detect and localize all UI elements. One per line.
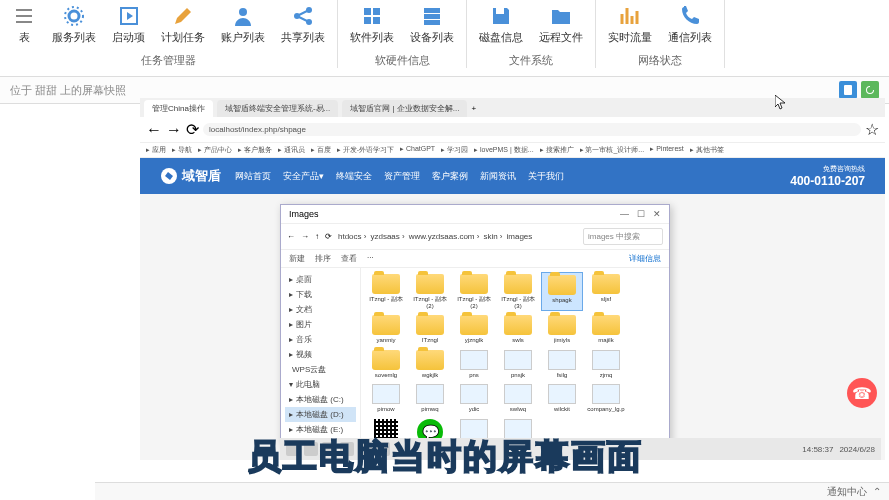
bookmark-item[interactable]: ▸ 导航 [172,145,192,155]
bookmark-item[interactable]: ▸ 其他书签 [690,145,724,155]
sidebar-item[interactable]: ▸下载 [285,287,356,302]
nav-link[interactable]: 网站首页 [235,170,271,183]
toolbar-share-button[interactable]: 共享列表 [273,0,333,47]
toolbar-chart-button[interactable]: 实时流量 [600,0,660,47]
file-item[interactable]: fsilg [541,348,583,381]
toolbar-save-button[interactable]: 磁盘信息 [471,0,531,47]
sidebar-item[interactable]: ▸文档 [285,302,356,317]
sidebar-item[interactable]: ▸桌面 [285,272,356,287]
file-item[interactable]: majilk [585,313,627,346]
file-item[interactable]: wilckit [541,382,583,415]
menu-item[interactable]: 新建 [289,253,305,264]
crumb-part[interactable]: htdocs › [338,232,366,241]
nav-link[interactable]: 新闻资讯 [480,170,516,183]
file-item[interactable]: pnsjk [497,348,539,381]
nav-link[interactable]: 客户案例 [432,170,468,183]
file-item[interactable]: company_lg.p [585,382,627,415]
file-item[interactable]: swlwq [497,382,539,415]
minimize-icon[interactable]: — [620,209,629,219]
bookmark-item[interactable]: ▸ 搜索推广 [540,145,574,155]
toolbar-phone-button[interactable]: 通信列表 [660,0,720,47]
sidebar-item[interactable]: ▸本地磁盘 (D:) [285,407,356,422]
file-item[interactable]: shpagk [541,272,583,311]
bookmark-item[interactable]: ▸ 通讯员 [278,145,305,155]
nav-link[interactable]: 安全产品▾ [283,170,324,183]
bookmark-item[interactable]: ▸ 开发-外语学习下 [337,145,394,155]
nav-fwd-icon[interactable]: → [301,232,309,241]
file-item[interactable]: zjmq [585,348,627,381]
file-item[interactable]: pns [453,348,495,381]
file-item[interactable]: pimwq [409,382,451,415]
bookmark-item[interactable]: ▸ Pinterest [650,145,684,155]
menu-item[interactable]: 排序 [315,253,331,264]
toolbar-folder-button[interactable]: 远程文件 [531,0,591,47]
breadcrumb[interactable]: htdocs ›yzdsaas ›www.yzdsaas.com ›skin ›… [338,232,577,241]
url-input[interactable]: localhost/index.php/shpage [203,123,861,136]
file-item[interactable]: ITzngl - 副本 [365,272,407,311]
menu-item[interactable]: 查看 [341,253,357,264]
sidebar-item[interactable]: WPS云盘 [285,362,356,377]
sidebar-item[interactable]: ▸视频 [285,347,356,362]
file-item[interactable]: swls [497,313,539,346]
refresh-action-icon[interactable] [861,81,879,99]
bookmark-item[interactable]: ▸ lovePMS | 数据... [474,145,534,155]
menu-item[interactable]: ··· [367,253,374,264]
toolbar-pencil-button[interactable]: 计划任务 [153,0,213,47]
star-icon[interactable]: ☆ [865,120,879,139]
crumb-part[interactable]: skin › [483,232,502,241]
toolbar-server-button[interactable]: 设备列表 [402,0,462,47]
notify-center[interactable]: 通知中心 [827,485,867,499]
bookmark-item[interactable]: ▸ 客户服务 [238,145,272,155]
file-item[interactable]: sovemlg [365,348,407,381]
bookmark-item[interactable]: ▸ 应用 [146,145,166,155]
explorer-search[interactable]: images 中搜索 [583,228,663,245]
bookmark-item[interactable]: ▸ 学习园 [441,145,468,155]
reload-icon[interactable]: ⟳ [186,120,199,139]
expand-icon[interactable]: ⌃ [873,486,881,497]
toolbar-user-button[interactable]: 账户列表 [213,0,273,47]
back-icon[interactable]: ← [146,121,162,139]
new-tab-icon[interactable]: + [471,104,476,113]
crumb-part[interactable]: www.yzdsaas.com › [409,232,480,241]
nav-link[interactable]: 终端安全 [336,170,372,183]
file-item[interactable]: ITzngl - 副本 (2) [453,272,495,311]
toolbar-gear-button[interactable]: 服务列表 [44,0,104,47]
sidebar-item[interactable]: ▸本地磁盘 (C:) [285,392,356,407]
bookmark-item[interactable]: ▸ 第一审核_设计师... [580,145,645,155]
nav-back-icon[interactable]: ← [287,232,295,241]
close-icon[interactable]: ✕ [653,209,661,219]
nav-link[interactable]: 资产管理 [384,170,420,183]
site-logo[interactable]: 域智盾 [160,167,221,185]
crumb-part[interactable]: images [507,232,533,241]
file-item[interactable]: wgkjlk [409,348,451,381]
browser-tab[interactable]: 管理China操作 [144,100,213,117]
sidebar-item[interactable]: ▸图片 [285,317,356,332]
file-item[interactable]: ITzngl [409,313,451,346]
file-item[interactable]: ITzngl - 副本 (2) [409,272,451,311]
toolbar-app-button[interactable]: 软件列表 [342,0,402,47]
toolbar-list-button[interactable]: 表 [4,0,44,47]
toolbar-play-button[interactable]: 启动项 [104,0,153,47]
nav-refresh-icon[interactable]: ⟳ [325,232,332,241]
file-item[interactable]: ITzngl - 副本 (3) [497,272,539,311]
service-float-icon[interactable]: ☎ [847,378,877,408]
bookmark-item[interactable]: ▸ 百度 [311,145,331,155]
file-item[interactable]: yanmiy [365,313,407,346]
file-item[interactable]: yjznglk [453,313,495,346]
nav-up-icon[interactable]: ↑ [315,232,319,241]
file-item[interactable]: ydic [453,382,495,415]
bookmark-item[interactable]: ▸ ChatGPT [400,145,435,155]
file-item[interactable]: sljsf [585,272,627,311]
detail-toggle[interactable]: 详细信息 [629,253,661,264]
sidebar-item[interactable]: ▾此电脑 [285,377,356,392]
browser-tab[interactable]: 域智盾终端安全管理系统-易... [217,100,338,117]
browser-tab[interactable]: 域智盾官网 | 企业数据安全解... [342,100,467,117]
file-item[interactable]: jimiyls [541,313,583,346]
forward-icon[interactable]: → [166,121,182,139]
sidebar-item[interactable]: ▸音乐 [285,332,356,347]
doc-action-icon[interactable] [839,81,857,99]
bookmark-item[interactable]: ▸ 产品中心 [198,145,232,155]
maximize-icon[interactable]: ☐ [637,209,645,219]
crumb-part[interactable]: yzdsaas › [370,232,404,241]
file-item[interactable]: pimow [365,382,407,415]
